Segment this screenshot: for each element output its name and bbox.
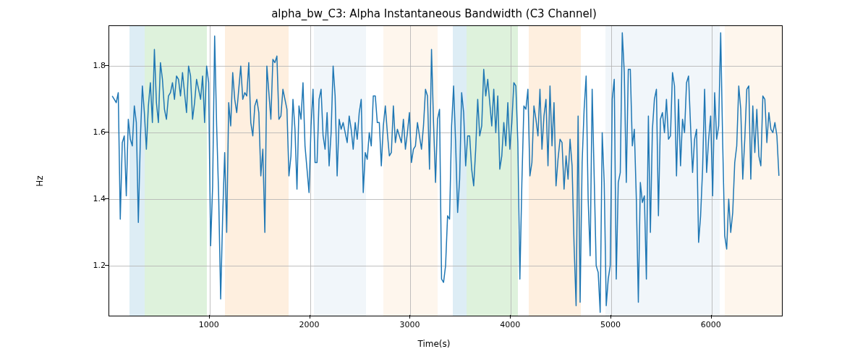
y-tick-mark	[105, 65, 109, 66]
x-tick-label: 4000	[500, 320, 520, 329]
figure: alpha_bw_C3: Alpha Instantaneous Bandwid…	[0, 0, 868, 362]
x-tick-mark	[510, 315, 511, 319]
x-tick-mark	[610, 315, 611, 319]
x-tick-mark	[409, 315, 410, 319]
x-tick-label: 6000	[701, 320, 721, 329]
x-tick-mark	[209, 315, 210, 319]
y-tick-label: 1.8	[85, 61, 106, 70]
plot-area	[109, 25, 783, 316]
x-axis-label: Time(s)	[0, 339, 868, 349]
x-tick-mark	[711, 315, 712, 319]
chart-title: alpha_bw_C3: Alpha Instantaneous Bandwid…	[0, 7, 868, 20]
x-tick-label: 1000	[199, 320, 219, 329]
line-trace	[109, 26, 782, 316]
x-tick-label: 3000	[399, 320, 420, 329]
x-tick-label: 5000	[600, 320, 621, 329]
x-tick-label: 2000	[299, 320, 320, 329]
y-tick-label: 1.6	[85, 127, 106, 137]
y-axis-label: Hz	[35, 175, 45, 186]
y-tick-label: 1.2	[85, 261, 106, 270]
y-tick-mark	[105, 198, 109, 199]
y-tick-label: 1.4	[85, 194, 106, 203]
y-tick-mark	[105, 265, 109, 266]
x-tick-mark	[310, 315, 310, 319]
y-tick-mark	[105, 132, 109, 132]
